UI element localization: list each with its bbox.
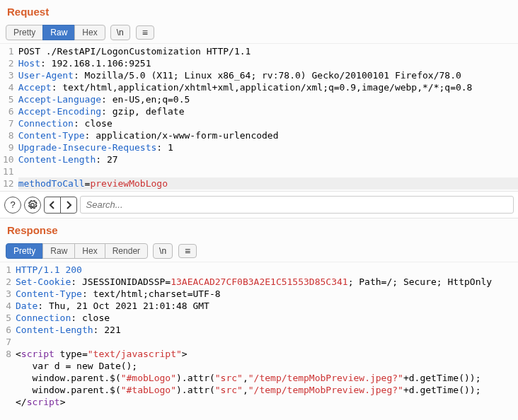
request-lines: POST ./RestAPI/LogonCustomization HTTP/1…: [18, 45, 518, 189]
help-icon[interactable]: ?: [4, 197, 21, 214]
tab-raw[interactable]: Raw: [42, 243, 75, 259]
search-bar: ?: [0, 191, 518, 218]
menu-button[interactable]: ≡: [178, 244, 197, 258]
search-input[interactable]: [80, 196, 514, 214]
tab-pretty[interactable]: Pretty: [6, 25, 43, 40]
response-title: Response: [0, 218, 518, 240]
tab-render[interactable]: Render: [105, 243, 148, 259]
menu-button[interactable]: ≡: [136, 25, 154, 40]
newline-toggle[interactable]: \n: [110, 25, 130, 40]
gear-icon[interactable]: [24, 197, 41, 214]
prev-icon[interactable]: [44, 197, 61, 214]
response-lines: HTTP/1.1 200Set-Cookie: JSESSIONIDADSSP=…: [16, 264, 518, 408]
tab-hex[interactable]: Hex: [74, 25, 105, 40]
tab-hex[interactable]: Hex: [74, 243, 105, 259]
request-title: Request: [0, 0, 518, 22]
request-code[interactable]: 123456789101112 POST ./RestAPI/LogonCust…: [0, 44, 518, 191]
request-toolbar: Pretty Raw Hex \n ≡: [0, 22, 518, 44]
response-toolbar: Pretty Raw Hex Render \n ≡: [0, 240, 518, 262]
newline-toggle[interactable]: \n: [153, 243, 173, 259]
response-gutter: 12345678: [0, 264, 16, 408]
response-code[interactable]: 12345678 HTTP/1.1 200Set-Cookie: JSESSIO…: [0, 262, 518, 409]
request-gutter: 123456789101112: [0, 45, 18, 189]
tab-raw[interactable]: Raw: [42, 25, 75, 40]
tab-pretty[interactable]: Pretty: [6, 243, 43, 259]
next-icon[interactable]: [60, 197, 77, 214]
